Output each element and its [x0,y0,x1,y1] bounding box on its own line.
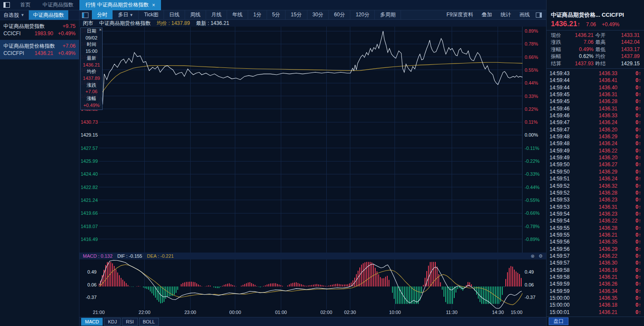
watchlist-item[interactable]: 中证商品期货指数+9.75CCICFI1983.90+0.49% [0,20,79,40]
macd-header-icons: ⊗ ⚙ [531,253,543,259]
quote-value: 1436.21 [566,32,594,39]
quote-price-row: 1436.21↑ 7.06 +0.49% [551,20,640,28]
macd-chart-plot[interactable] [99,259,522,309]
instrument-percent: +0.49% [53,30,76,37]
quote-label: 涨幅 [551,46,565,53]
percent-axis-label: 0.00% [525,132,538,137]
period-button[interactable]: 周线 [185,10,206,19]
trade-volume: 0↑ [629,280,641,287]
close-circle-icon[interactable]: ⊗ [531,253,535,259]
instrument-change: +9.75 [63,23,76,30]
trade-price: 1436.35 [576,295,629,302]
toolbar-action-button[interactable]: 画线 [515,10,534,19]
period-button[interactable]: 分时 [92,10,113,19]
toolbar-action-button[interactable]: 叠加 [477,10,496,19]
indicator-tab[interactable]: MACD [81,318,103,326]
period-button[interactable]: 1分 [248,10,267,19]
up-arrow-icon: ↑ [638,246,641,252]
up-arrow-icon: ↑ [638,176,641,182]
period-button[interactable]: 多周期 [375,10,401,19]
price-chart-plot[interactable] [99,27,522,253]
toolbar-action-button[interactable]: 统计 [496,10,515,19]
trade-volume: 0↑ [629,232,641,238]
tooltip-label: 涨幅 [81,95,102,102]
period-button[interactable]: 120分 [350,10,375,19]
trade-row: 14:59:551436.280↑ [547,225,644,232]
time-and-sales-list[interactable]: 14:59:431436.330↑14:59:441436.410↑14:59:… [547,70,644,317]
up-arrow-icon: ↑ [638,169,641,175]
tab-close-icon[interactable]: × [152,2,155,8]
indicator-tab[interactable]: BOLL [139,318,159,326]
layout-icon[interactable] [82,12,88,18]
trade-price: 1436.41 [576,77,629,84]
quote-title: 中证商品期货价格... CCICFPI [551,11,640,19]
trade-volume: 0↑ [629,105,641,112]
percent-axis-label: 0.44% [525,80,538,85]
trade-volume: 0↑ [629,238,641,245]
time-label: 23:00 [184,310,196,315]
gear-icon[interactable]: ⚙ [538,253,543,259]
period-button[interactable]: 日线 [164,10,185,19]
period-button[interactable]: Tick图 [139,10,164,19]
close-icon[interactable]: × [99,27,102,32]
watchlist-item[interactable]: 中证商品期货价格指数+7.06CCICFPI1436.21+0.49% [0,40,79,60]
panel-toggle-icon[interactable] [536,12,542,18]
period-button[interactable]: 15分 [286,10,307,19]
trade-row: 14:59:441436.410↑ [547,77,644,84]
time-label: 02:00 [320,310,332,315]
trade-volume: 0↑ [629,147,641,154]
percent-axis-label: 0.66% [525,55,538,60]
order-book-button[interactable]: 盘口 [549,317,568,325]
period-button[interactable]: 月线 [206,10,227,19]
indicator-tab-bar: MACDKDJRSIBOLL [79,317,546,326]
time-label: 21:00 [93,310,105,315]
period-button[interactable]: 60分 [329,10,350,19]
period-button[interactable]: 5分 [267,10,286,19]
toolbar-action-button[interactable]: F9深度资料 [442,10,477,19]
up-arrow-icon: ↑ [638,77,641,83]
quote-label: 均价 [595,53,611,60]
tooltip-label: 最新 [81,55,102,62]
trade-volume: 0↑ [629,84,641,91]
top-tab[interactable]: 中证商品指数 [36,0,79,10]
time-label: 00:00 [229,310,241,315]
tooltip-value: 1437.89 [81,75,102,82]
tooltip-value: +7.06 [81,88,102,95]
trade-row: 14:59:461436.330↑ [547,112,644,119]
trade-volume: 0↑ [629,267,641,274]
up-arrow-icon: ↑ [638,119,641,125]
period-button[interactable]: 多日 ▼ [113,10,139,19]
trade-volume: 0↑ [629,204,641,210]
period-button[interactable]: 年线 [227,10,248,19]
price-axis-label: 1418.07 [81,224,98,229]
tooltip-rows: 日期09/02时间15:00最新1436.21均价1437.89涨跌+7.06涨… [81,28,102,109]
period-button[interactable]: 30分 [307,10,329,19]
tooltip-label: 时间 [81,41,102,48]
instrument-change: +7.06 [63,43,76,50]
trade-time: 14:59:47 [550,126,576,133]
quote-value: 0.49% [566,46,594,53]
indicator-tab[interactable]: KDJ [104,318,121,326]
quote-label: 结算 [551,60,565,67]
trade-row: 14:59:431436.330↑ [547,70,644,77]
up-arrow-icon: ↑ [638,281,641,287]
trade-row: 14:59:571436.300↑ [547,259,644,266]
trade-volume: 0↑ [629,225,641,232]
instrument-percent: +0.49% [53,50,76,57]
group-dropdown[interactable]: 自选股 [0,12,21,19]
up-arrow-icon: ↑ [638,232,641,238]
top-tab[interactable]: 首页 [14,0,36,10]
trade-price: 1436.22 [576,217,629,224]
indicator-tab[interactable]: RSI [122,318,137,326]
trading-terminal: 首页中证商品指数行情 中证商品期货价格指数× 自选股 ▼ 中证商品指数 中证商品… [0,0,644,326]
window-toggle-icon[interactable] [3,2,10,8]
trade-price: 1436.31 [576,105,629,112]
time-label: 14:30 [492,310,504,315]
up-arrow-icon: ↑ [638,260,641,266]
up-arrow-icon: ↑ [638,127,641,133]
macd-axis-label: 0.06 [79,282,97,287]
group-tab-active[interactable]: 中证商品指数 [29,10,68,20]
up-arrow-icon: ↑ [638,274,641,280]
top-tab[interactable]: 行情 中证商品期货价格指数× [79,0,161,10]
up-arrow-icon: ↑ [638,190,641,196]
